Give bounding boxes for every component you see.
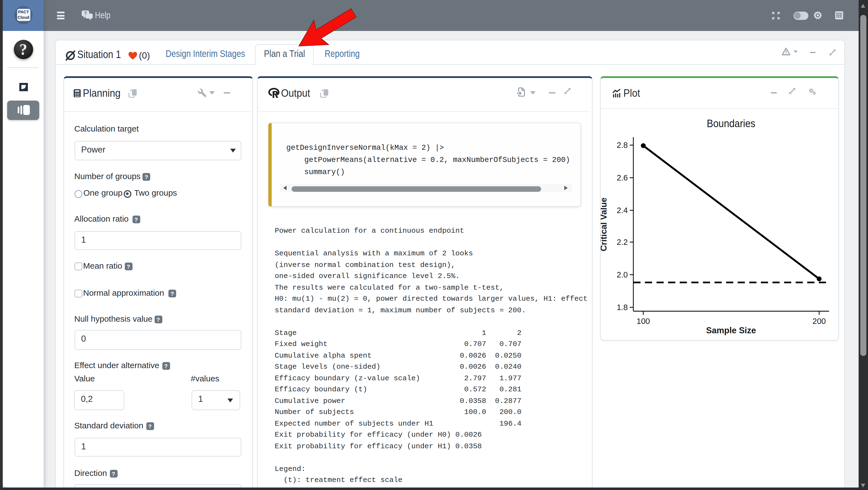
svg-text:2.6: 2.6 xyxy=(617,173,627,182)
svg-text:Critical Value: Critical Value xyxy=(600,197,608,251)
svg-text:Boundaries: Boundaries xyxy=(707,117,755,129)
svg-text:100: 100 xyxy=(637,316,650,325)
svg-text:Sample Size: Sample Size xyxy=(706,325,756,335)
svg-text:2.2: 2.2 xyxy=(617,237,627,246)
svg-text:200: 200 xyxy=(812,316,826,325)
svg-text:2.8: 2.8 xyxy=(617,140,627,149)
svg-text:1.8: 1.8 xyxy=(617,302,627,312)
svg-text:2.0: 2.0 xyxy=(617,270,627,279)
svg-text:2.4: 2.4 xyxy=(617,206,627,214)
svg-text:?: ? xyxy=(84,11,87,16)
